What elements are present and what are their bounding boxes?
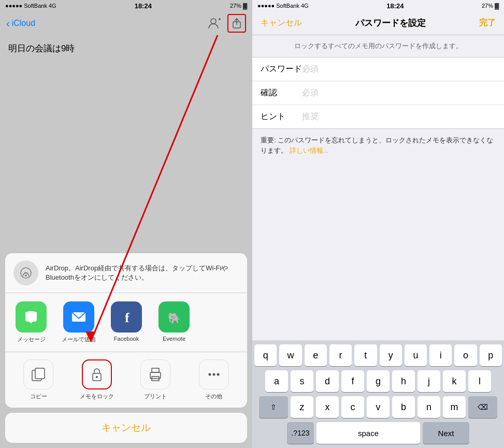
key-w[interactable]: w [279,344,301,366]
hint-row[interactable]: ヒント 推奨 [252,105,504,128]
time-right: 18:24 [386,2,404,10]
hint-input[interactable]: 推奨 [302,111,496,122]
nav-bar-left: ‹ iCloud [0,11,252,35]
key-n[interactable]: n [417,396,440,418]
more-label: その他 [205,393,222,400]
key-i[interactable]: i [429,344,452,366]
cancel-nav-button[interactable]: キャンセル [261,18,302,28]
evernote-app-item[interactable]: 🐘 Evernote [153,301,195,342]
key-k[interactable]: k [443,370,466,392]
key-s[interactable]: s [291,370,313,392]
key-l[interactable]: l [468,370,491,392]
airdrop-icon [13,261,38,285]
key-t[interactable]: t [354,344,377,366]
key-z[interactable]: z [291,396,313,418]
key-y[interactable]: y [380,344,402,366]
key-e[interactable]: e [305,344,327,366]
more-action-item[interactable]: その他 [185,359,242,400]
facebook-icon: f [111,301,142,333]
evernote-label: Evernote [163,336,185,342]
key-x[interactable]: x [316,396,339,418]
svg-point-25 [217,373,219,376]
mail-app-item[interactable]: メールで送信 [58,301,99,343]
key-p[interactable]: p [480,344,502,366]
page-title: パスワードを設定 [355,17,426,29]
action-sheet-inner: AirDrop。AirDrop経由で共有する場合は、タップしてWi-FiやBlu… [5,253,247,408]
airdrop-description: AirDrop。AirDrop経由で共有する場合は、タップしてWi-FiやBlu… [46,264,239,282]
hint-label: ヒント [261,111,302,122]
nav-bar-right: キャンセル パスワードを設定 完了 [252,11,504,35]
mail-label: メールで送信 [62,336,96,343]
facebook-label: Facebook [114,336,139,342]
confirm-row[interactable]: 確認 必須 [252,81,504,105]
learn-more-link[interactable]: 詳しい情報... [290,147,329,154]
copy-icon [23,359,53,389]
key-f[interactable]: f [341,370,364,392]
svg-rect-17 [35,368,45,379]
svg-text:🐘: 🐘 [168,312,181,324]
more-icon [199,359,229,389]
battery-left: 27% ▓ [230,3,247,9]
action-sheet: AirDrop。AirDrop経由で共有する場合は、タップしてWi-FiやBlu… [0,253,252,448]
password-form: パスワード 必須 確認 必須 ヒント 推奨 [252,57,504,129]
right-panel: ●●●●● SoftBank 4G 18:24 27% ▓ キャンセル パスワー… [252,0,504,448]
key-d[interactable]: d [316,370,339,392]
space-key[interactable]: space [316,422,420,444]
key-b[interactable]: b [392,396,415,418]
key-h[interactable]: h [392,370,415,392]
keyboard-row-3: ⇧ z x c v b n m ⌫ [254,396,502,418]
carrier-left: ●●●●● SoftBank 4G [5,3,56,9]
svg-text:f: f [125,310,129,325]
key-o[interactable]: o [454,344,477,366]
key-r[interactable]: r [329,344,352,366]
password-input[interactable]: 必須 [302,64,496,75]
share-apps-row: メッセージ メールで送信 [5,293,247,352]
next-key[interactable]: Next [423,422,469,444]
key-a[interactable]: a [265,370,288,392]
battery-right: 27% ▓ [482,3,499,9]
status-bar-right: ●●●●● SoftBank 4G 18:24 27% ▓ [252,0,504,11]
chevron-left-icon: ‹ [6,18,10,30]
key-v[interactable]: v [367,396,390,418]
share-button[interactable] [227,14,246,33]
copy-action-item[interactable]: コピー [10,359,67,400]
messages-icon [16,301,47,333]
key-q[interactable]: q [254,344,277,366]
evernote-icon: 🐘 [159,301,190,333]
shift-key[interactable]: ⇧ [259,396,288,418]
person-add-icon[interactable] [207,16,221,31]
confirm-input[interactable]: 必須 [302,88,496,98]
password-description: ロックするすべてのメモ用のパスワードを作成します。 [252,35,504,57]
airdrop-row[interactable]: AirDrop。AirDrop経由で共有する場合は、タップしてWi-FiやBlu… [5,253,247,293]
cancel-sheet-button[interactable]: キャンセル [5,413,247,443]
key-c[interactable]: c [341,396,364,418]
key-g[interactable]: g [367,370,390,392]
done-button[interactable]: 完了 [479,18,496,28]
facebook-app-item[interactable]: f Facebook [106,301,147,342]
key-j[interactable]: j [417,370,440,392]
left-panel: ●●●●● SoftBank 4G 18:24 27% ▓ ‹ iCloud [0,0,252,448]
password-row[interactable]: パスワード 必須 [252,57,504,81]
key-m[interactable]: m [443,396,466,418]
print-action-item[interactable]: プリント [127,359,184,400]
svg-point-23 [208,373,211,376]
note-text: 明日の会議は9時 [8,42,244,54]
confirm-label: 確認 [261,88,302,98]
copy-label: コピー [30,393,47,400]
lock-action-item[interactable]: メモをロック [69,359,125,400]
mail-icon [63,301,94,333]
num-key[interactable]: .?123 [287,422,314,444]
password-label: パスワード [261,64,302,75]
spacer [252,162,504,340]
print-label: プリント [144,393,167,400]
svg-rect-21 [152,368,159,372]
cancel-sheet-label: キャンセル [102,422,151,433]
delete-key[interactable]: ⌫ [468,396,497,418]
svg-point-8 [25,274,27,277]
print-icon [140,359,170,389]
lock-icon [82,359,112,389]
back-button[interactable]: ‹ iCloud [6,18,35,30]
key-u[interactable]: u [405,344,427,366]
messages-app-item[interactable]: メッセージ [10,301,52,343]
carrier-right: ●●●●● SoftBank 4G [257,3,309,9]
